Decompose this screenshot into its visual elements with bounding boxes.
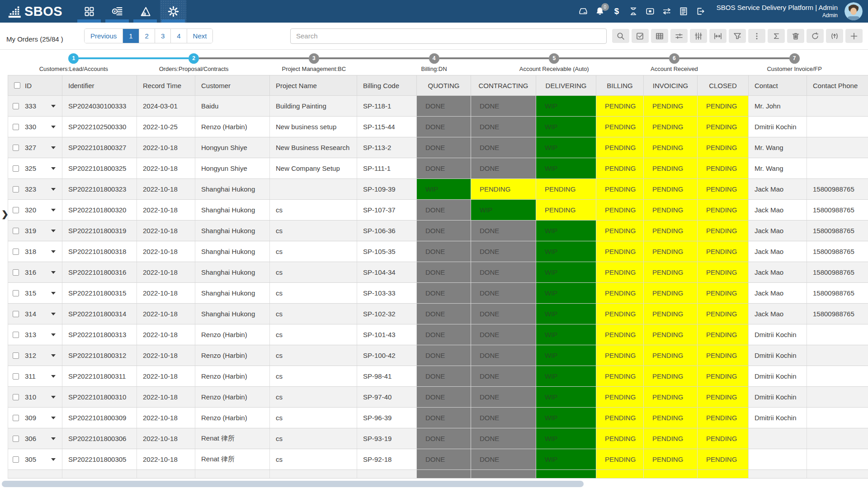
add-button[interactable] <box>845 29 863 43</box>
vertical-sliders-button[interactable] <box>690 29 707 43</box>
row-checkbox[interactable] <box>13 436 19 442</box>
row-expand-caret[interactable] <box>51 230 56 232</box>
nav-item-prism[interactable] <box>132 0 158 23</box>
row-expand-caret[interactable] <box>51 250 56 253</box>
cell-identifier: SP2022101800316 <box>62 262 137 283</box>
row-checkbox[interactable] <box>13 124 19 130</box>
history-button[interactable] <box>628 6 638 16</box>
column-width-button[interactable] <box>709 29 726 43</box>
row-expand-caret[interactable] <box>51 354 56 357</box>
step-1[interactable]: 1Customers:Lead/Accounts <box>14 53 134 75</box>
row-checkbox[interactable] <box>13 145 19 151</box>
transfer-button[interactable] <box>662 6 672 16</box>
logout-button[interactable] <box>695 6 705 16</box>
orders-table-wrap: IDIdentifierRecord TimeCustomerProject N… <box>8 75 868 479</box>
row-checkbox[interactable] <box>13 103 19 109</box>
nav-item-grid[interactable] <box>76 0 102 23</box>
export-button[interactable] <box>826 29 843 43</box>
row-checkbox[interactable] <box>13 290 19 296</box>
row-checkbox[interactable] <box>13 415 19 421</box>
cell-billing-status: PENDING <box>596 179 644 200</box>
step-2[interactable]: 2Orders:Proposal/Contracts <box>134 53 254 75</box>
row-expand-caret[interactable] <box>51 292 56 295</box>
row-expand-caret[interactable] <box>51 375 56 378</box>
row-expand-caret[interactable] <box>51 188 56 191</box>
row-expand-caret[interactable] <box>51 458 56 461</box>
display-button[interactable] <box>645 6 655 16</box>
row-checkbox[interactable] <box>13 207 19 213</box>
row-checkbox[interactable] <box>13 352 19 359</box>
cell-quoting-status: WIP <box>417 179 471 200</box>
cell-contracting-status: DONE <box>471 428 536 449</box>
notifications-button[interactable]: 0 <box>595 6 605 16</box>
log-button[interactable] <box>679 6 689 16</box>
row-expand-caret[interactable] <box>51 105 56 108</box>
row-expand-caret[interactable] <box>51 271 56 274</box>
step-7[interactable]: 7Customer Invoice/FP <box>734 53 854 75</box>
currency-button[interactable]: $ <box>612 6 622 16</box>
row-checkbox[interactable] <box>13 311 19 317</box>
step-6[interactable]: 6Account Received <box>614 53 735 75</box>
refresh-button[interactable] <box>807 29 824 43</box>
select-all-checkbox[interactable] <box>14 82 20 89</box>
page-2[interactable]: 2 <box>139 29 155 43</box>
cell-record_time: 2022-10-18 <box>137 428 195 449</box>
search-input[interactable] <box>290 28 607 44</box>
row-expand-caret[interactable] <box>51 167 56 170</box>
row-expand-caret[interactable] <box>51 437 56 440</box>
row-checkbox[interactable] <box>13 249 19 255</box>
cell-id <box>8 470 62 479</box>
row-checkbox[interactable] <box>13 186 19 192</box>
table-view-button[interactable] <box>651 29 668 43</box>
cell-customer: Renzo (Harbin) <box>195 117 270 137</box>
more-options-button[interactable] <box>748 29 765 43</box>
delete-button[interactable] <box>787 29 804 43</box>
nav-item-gear[interactable] <box>160 0 186 23</box>
sum-button[interactable] <box>768 29 785 43</box>
page-3[interactable]: 3 <box>155 29 171 43</box>
row-expand-caret[interactable] <box>51 333 56 336</box>
step-3[interactable]: 3Project Management:BC <box>254 53 374 75</box>
row-checkbox[interactable] <box>13 373 19 380</box>
nav-item-ledger[interactable]: ¥ <box>104 0 130 23</box>
row-checkbox[interactable] <box>13 394 19 400</box>
cell-delivering-status: WIP <box>536 283 596 304</box>
cell-quoting-status: DONE <box>417 345 471 366</box>
row-checkbox[interactable] <box>13 228 19 234</box>
cell-id: 315 <box>8 283 62 304</box>
row-expand-caret[interactable] <box>51 396 56 399</box>
cell-id: 310 <box>8 387 62 408</box>
horizontal-scrollbar-thumb[interactable] <box>2 481 584 487</box>
avatar[interactable] <box>844 2 863 20</box>
storage-button[interactable] <box>578 6 588 16</box>
step-4[interactable]: 4Billing:DN <box>374 53 494 75</box>
filter-button[interactable] <box>729 29 746 43</box>
row-checkbox[interactable] <box>13 456 19 463</box>
step-5[interactable]: 5Account Receivable (Auto) <box>494 53 614 75</box>
search-button[interactable] <box>612 29 629 43</box>
select-rows-button[interactable] <box>632 29 649 43</box>
cell-quoting-status: DONE <box>417 428 471 449</box>
row-expand-caret[interactable] <box>51 146 56 149</box>
cell-delivering-status: WIP <box>536 408 596 428</box>
page-next[interactable]: Next <box>187 29 213 43</box>
expand-panel-chevron[interactable]: ❯ <box>1 209 9 219</box>
row-checkbox[interactable] <box>13 165 19 172</box>
row-expand-caret[interactable] <box>51 126 56 128</box>
row-expand-caret[interactable] <box>51 417 56 419</box>
page-1[interactable]: 1 <box>123 29 139 43</box>
horizontal-sliders-button[interactable] <box>670 29 688 43</box>
sbos-logo[interactable]: SBOS <box>7 0 62 23</box>
table-row: 312SP20221018003122022-10-18Renzo (Harbi… <box>8 345 868 366</box>
row-checkbox[interactable] <box>13 332 19 338</box>
row-checkbox[interactable] <box>13 269 19 276</box>
cell-id: 314 <box>8 304 62 324</box>
page-4[interactable]: 4 <box>171 29 187 43</box>
cell-billing_code: SP-101-43 <box>357 324 417 345</box>
cell-delivering-status: WIP <box>536 387 596 408</box>
row-expand-caret[interactable] <box>51 313 56 315</box>
row-expand-caret[interactable] <box>51 209 56 211</box>
page-previous[interactable]: Previous <box>85 29 123 43</box>
cell-contact: Jack Mao <box>749 241 807 262</box>
cell-record_time: 2022-10-18 <box>137 158 195 179</box>
